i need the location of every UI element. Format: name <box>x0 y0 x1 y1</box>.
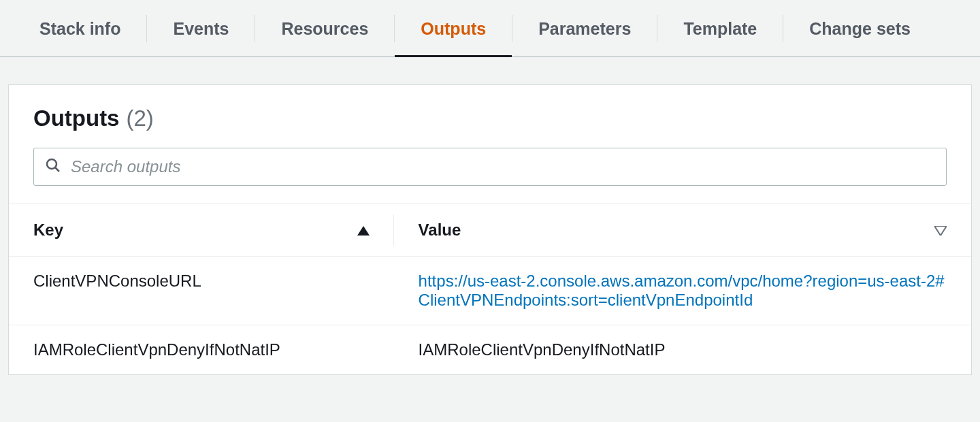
tab-template[interactable]: Template <box>657 0 783 56</box>
tab-outputs[interactable]: Outputs <box>395 0 512 56</box>
cell-value: https://us-east-2.console.aws.amazon.com… <box>394 257 971 325</box>
tab-resources[interactable]: Resources <box>255 0 394 56</box>
sort-asc-icon <box>357 221 370 240</box>
output-link[interactable]: https://us-east-2.console.aws.amazon.com… <box>419 272 945 309</box>
svg-marker-2 <box>357 226 370 236</box>
cell-key: IAMRoleClientVpnDenyIfNotNatIP <box>9 325 394 375</box>
svg-marker-3 <box>934 226 947 236</box>
column-header-value[interactable]: Value <box>394 204 971 257</box>
column-header-key[interactable]: Key <box>9 204 394 257</box>
search-icon <box>45 157 61 176</box>
svg-point-0 <box>47 159 56 169</box>
cell-key: ClientVPNConsoleURL <box>9 257 394 325</box>
tab-events[interactable]: Events <box>147 0 255 56</box>
table-row: ClientVPNConsoleURL https://us-east-2.co… <box>9 257 971 325</box>
panel-count: (2) <box>126 106 153 131</box>
tabs-bar: Stack info Events Resources Outputs Para… <box>0 0 980 57</box>
svg-line-1 <box>55 167 59 172</box>
panel-header: Outputs (2) <box>9 85 971 148</box>
search-box[interactable] <box>33 148 947 186</box>
tab-change-sets[interactable]: Change sets <box>783 0 936 56</box>
cell-value: IAMRoleClientVpnDenyIfNotNatIP <box>394 325 971 375</box>
tab-parameters[interactable]: Parameters <box>512 0 657 56</box>
sort-both-icon <box>934 221 947 240</box>
search-input[interactable] <box>71 157 935 176</box>
outputs-table: Key Value <box>9 204 971 374</box>
panel-title: Outputs <box>33 106 119 131</box>
tab-stack-info[interactable]: Stack info <box>14 0 146 56</box>
table-header-row: Key Value <box>9 204 971 257</box>
column-header-value-label: Value <box>419 221 461 240</box>
column-header-key-label: Key <box>33 221 63 240</box>
outputs-panel: Outputs (2) Key <box>8 84 972 375</box>
table-row: IAMRoleClientVpnDenyIfNotNatIP IAMRoleCl… <box>9 325 971 375</box>
search-row <box>9 148 971 204</box>
